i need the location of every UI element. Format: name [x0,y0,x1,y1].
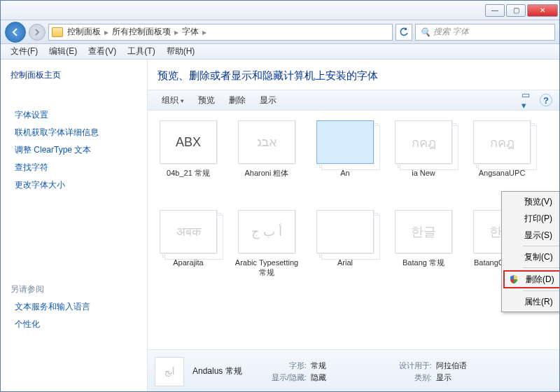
details-name: Andalus 常规 [192,365,242,377]
main: 预览、删除或者显示和隐藏计算机上安装的字体 组织 预览 删除 显示 ▭ ▾ ? … [148,59,559,392]
details-design-val: 阿拉伯语 [436,360,467,371]
sidebar-link-font-settings[interactable]: 字体设置 [15,109,137,121]
font-item[interactable]: ABX04b_21 常规 [149,118,227,207]
font-label: 04b_21 常规 [153,168,223,178]
address-bar[interactable]: 控制面板 ▸ 所有控制面板项 ▸ 字体 ▸ [48,24,393,41]
close-button[interactable]: ✕ [527,4,558,17]
font-label: Aparajita [153,258,223,267]
refresh-button[interactable] [396,24,412,41]
sidebar-also-personalize[interactable]: 个性化 [15,318,137,330]
help-button[interactable]: ? [540,94,552,106]
font-thumb: أ ب ج [238,210,295,253]
details-pane: أبج Andalus 常规 字形: 常规 显示/隐藏: 隐藏 设计用于: 阿拉… [148,349,559,392]
font-label: Arabic Typesetting 常规 [232,258,302,278]
minimize-button[interactable]: — [485,4,505,17]
font-label: Aharoni 粗体 [232,168,302,178]
font-item[interactable]: Arial [306,207,384,297]
font-thumb [316,210,374,253]
font-thumb [316,120,374,164]
sidebar-link-online-fonts[interactable]: 联机获取字体详细信息 [15,127,137,139]
menu-tools[interactable]: 工具(T) [122,44,160,59]
font-item[interactable]: กคฎia New [384,118,463,207]
font-label: AngsanaUPC [467,168,537,178]
details-thumb: أبج [155,357,184,386]
menubar: 文件(F) 编辑(E) 查看(V) 工具(T) 帮助(H) [1,44,559,59]
breadcrumb-root[interactable]: 控制面板 [67,26,101,38]
font-label: Arial [310,258,380,267]
content: 控制面板主页 字体设置 联机获取字体详细信息 调整 ClearType 文本 查… [1,59,559,392]
font-item[interactable]: أ ب جArabic Typesetting 常规 [227,207,306,297]
ctx-separator [523,246,560,246]
font-item[interactable]: 한글Batang 常规 [384,207,463,297]
page-title: 预览、删除或者显示和隐藏计算机上安装的字体 [148,59,559,90]
font-thumb: กคฎ [473,120,531,164]
ctx-delete-label: 删除(D) [526,274,554,286]
sidebar-also-text-services[interactable]: 文本服务和输入语言 [15,301,137,313]
menu-help[interactable]: 帮助(H) [161,44,201,59]
breadcrumb-level2[interactable]: 所有控制面板项 [112,26,171,38]
breadcrumb-leaf[interactable]: 字体 [182,26,199,38]
toolbar-show[interactable]: 显示 [253,92,284,108]
ctx-copy[interactable]: 复制(C) [503,248,560,265]
font-label: An [310,168,380,178]
font-item[interactable]: אבגAharoni 粗体 [227,118,306,207]
search-placeholder: 搜索 字体 [433,26,469,38]
font-thumb: กคฎ [395,120,452,164]
ctx-preview[interactable]: 预览(V) [503,193,560,210]
details-style-key: 字形: [272,360,307,371]
details-design-key: 设计用于: [399,360,432,371]
chevron-right-icon: ▸ [102,27,111,37]
details-cat-val: 显示 [436,372,467,383]
titlebar: — ▢ ✕ [1,1,559,20]
font-thumb: 한글 [395,210,452,253]
navbar: 控制面板 ▸ 所有控制面板项 ▸ 字体 ▸ 🔍 搜索 字体 [1,20,559,44]
font-item[interactable]: An [306,118,384,207]
ctx-properties[interactable]: 属性(R) [503,293,560,310]
chevron-right-icon: ▸ [200,27,209,37]
ctx-print[interactable]: 打印(P) [503,210,560,227]
search-icon: 🔍 [420,27,430,37]
ctx-show[interactable]: 显示(S) [503,227,560,244]
chevron-right-icon: ▸ [172,27,181,37]
menu-file[interactable]: 文件(F) [5,44,43,59]
menu-edit[interactable]: 编辑(E) [43,44,83,59]
context-menu: 预览(V) 打印(P) 显示(S) 复制(C) 删除(D) 属性(R) [501,191,560,312]
details-hide-key: 显示/隐藏: [272,372,307,383]
sidebar: 控制面板主页 字体设置 联机获取字体详细信息 调整 ClearType 文本 查… [1,59,148,392]
maximize-button[interactable]: ▢ [506,4,526,17]
font-grid: ABX04b_21 常规אבגAharoni 粗体Anกคฎia NewกคฎA… [148,111,559,349]
font-thumb: ABX [160,120,217,164]
toolbar: 组织 预览 删除 显示 ▭ ▾ ? [148,90,559,111]
details-cat-key: 类别: [399,372,432,383]
sidebar-link-font-size[interactable]: 更改字体大小 [15,179,137,191]
uac-shield-icon [509,274,519,284]
details-hide-val: 隐藏 [311,372,326,383]
view-options-button[interactable]: ▭ ▾ [522,93,536,107]
sidebar-home[interactable]: 控制面板主页 [10,69,137,81]
search-input[interactable]: 🔍 搜索 字体 [415,24,555,41]
toolbar-preview[interactable]: 预览 [191,92,222,108]
details-style-val: 常规 [311,360,326,371]
sidebar-also-head: 另请参阅 [10,284,137,295]
toolbar-delete[interactable]: 删除 [222,92,253,108]
menu-view[interactable]: 查看(V) [83,44,122,59]
font-label: ia New [388,168,458,178]
sidebar-link-find-char[interactable]: 查找字符 [15,162,137,174]
font-item[interactable]: अबकAparajita [149,207,227,297]
forward-button[interactable] [29,24,46,41]
back-button[interactable] [5,22,26,43]
font-thumb: אבג [238,120,295,164]
sidebar-link-cleartype[interactable]: 调整 ClearType 文本 [15,144,137,156]
ctx-separator [523,290,560,291]
toolbar-organize[interactable]: 组织 [155,92,191,108]
ctx-delete[interactable]: 删除(D) [503,270,560,288]
font-thumb: अबक [160,210,217,253]
ctx-separator [523,267,560,268]
folder-icon [52,27,63,37]
font-label: Batang 常规 [388,258,458,267]
